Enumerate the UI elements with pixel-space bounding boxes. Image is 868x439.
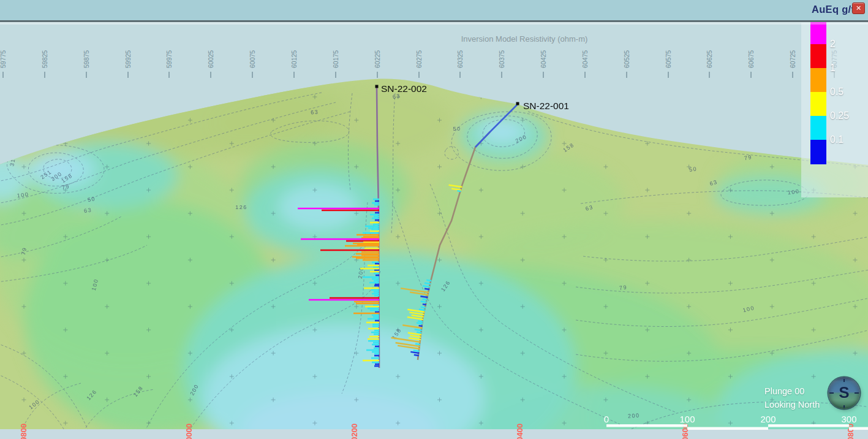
- viewer-window: 6350200158316251200158791005063796312620…: [0, 0, 868, 439]
- legend-title: AuEq g/t: [812, 4, 855, 15]
- top-axis-tick-label: 60725: [789, 50, 796, 68]
- assay-bar: [414, 355, 419, 356]
- top-axis-tick-label: 60475: [581, 50, 589, 68]
- assay-bar: [417, 323, 423, 324]
- plot-title: Inversion Model Resistivity (ohm-m): [417, 34, 632, 44]
- top-axis-tick-label: 59925: [124, 50, 132, 68]
- legend-value-label: 0.1: [830, 134, 843, 145]
- contour-label: 79: [619, 284, 627, 291]
- assay-bar: [421, 307, 426, 308]
- contour-label: 50: [453, 126, 461, 132]
- top-axis-tick-label: 59875: [83, 50, 90, 68]
- assay-bar: [419, 326, 423, 326]
- looking-readout: Looking North: [764, 398, 820, 411]
- legend-value-label: 1: [830, 63, 836, 74]
- legend-value-label: 0.5: [830, 86, 843, 97]
- assay-bar: [421, 302, 427, 303]
- compass-tick: [843, 405, 845, 408]
- legend-value-label: 0.25: [830, 110, 849, 121]
- top-axis-tick-label: 60325: [456, 50, 464, 68]
- top-axis-tick-label: 60225: [374, 50, 381, 68]
- legend-swatch: [810, 92, 826, 116]
- drillhole-label: SN-22-002: [381, 83, 427, 94]
- top-axis-tick-label: 60675: [747, 50, 755, 68]
- contour-label: 126: [235, 204, 247, 210]
- assay-bar: [413, 351, 420, 352]
- bottom-axis-tick-label: 60000: [184, 424, 194, 439]
- scale-bar-label: 0: [604, 414, 609, 424]
- section-viewport[interactable]: 6350200158316251200158791005063796312620…: [0, 0, 868, 439]
- contour-label: 200: [628, 412, 640, 419]
- contour-label: 63: [83, 207, 92, 214]
- assay-bar: [457, 191, 461, 191]
- top-axis-tick-label: 60175: [332, 50, 339, 68]
- assay-bar: [417, 332, 421, 333]
- legend-swatch: [810, 20, 826, 45]
- close-icon[interactable]: ✕: [852, 2, 865, 14]
- compass-tick: [843, 379, 845, 382]
- view-status: Plunge 00 Looking North: [764, 384, 820, 411]
- plunge-readout: Plunge 00: [764, 384, 820, 398]
- scale-bar-segment: [768, 424, 849, 427]
- scale-bar-label: 300: [841, 414, 856, 424]
- assay-bar: [426, 280, 431, 281]
- legend-value-label: 2: [830, 39, 836, 50]
- collar-marker[interactable]: [376, 85, 379, 88]
- assay-bar: [425, 283, 431, 284]
- collar-marker[interactable]: [516, 102, 519, 105]
- scale-bar-segment: [687, 427, 768, 430]
- scale-bar-segment: [849, 427, 868, 430]
- legend-swatch: [810, 44, 826, 69]
- top-axis-tick-label: 60125: [290, 50, 298, 68]
- legend-swatch: [810, 116, 826, 140]
- assay-bar: [423, 299, 428, 300]
- top-axis-tick-label: 60025: [207, 50, 214, 68]
- top-axis-tick-label: 60375: [498, 50, 505, 68]
- top-axis-tick-label: 60425: [540, 50, 547, 68]
- header-bar: [0, 0, 868, 22]
- compass-tick: [829, 392, 834, 394]
- top-axis-tick-label: 59825: [41, 50, 48, 68]
- contour-label: 63: [311, 109, 319, 115]
- top-axis-tick-label: 59975: [165, 50, 173, 68]
- assay-bar: [418, 321, 423, 322]
- assay-bar: [423, 304, 426, 305]
- assay-bar: [415, 344, 420, 345]
- bottom-axis-tick-label: 60200: [350, 424, 359, 439]
- legend-swatch: [810, 68, 826, 93]
- scale-bar-label: 200: [760, 414, 776, 424]
- legend-swatch: [810, 140, 826, 164]
- top-axis-tick-label: 60625: [706, 50, 713, 68]
- top-axis-tick-label: 59775: [0, 50, 7, 68]
- drillhole-label: SN-22-001: [523, 101, 569, 112]
- bottom-margin-band: [0, 429, 868, 439]
- bottom-axis-tick-label: 59800: [19, 424, 28, 439]
- assay-bar: [425, 289, 429, 289]
- top-axis-tick-label: 60575: [665, 50, 672, 68]
- assay-bar: [419, 310, 425, 311]
- scale-bar-segment: [606, 424, 687, 427]
- compass-tick: [855, 392, 859, 394]
- top-axis-tick-label: 60275: [415, 50, 423, 68]
- scale-bar-label: 100: [679, 414, 695, 424]
- top-axis-tick-label: 60525: [623, 50, 630, 68]
- bottom-axis-tick-label: 60400: [515, 424, 524, 439]
- top-axis-tick-label: 60075: [249, 50, 256, 68]
